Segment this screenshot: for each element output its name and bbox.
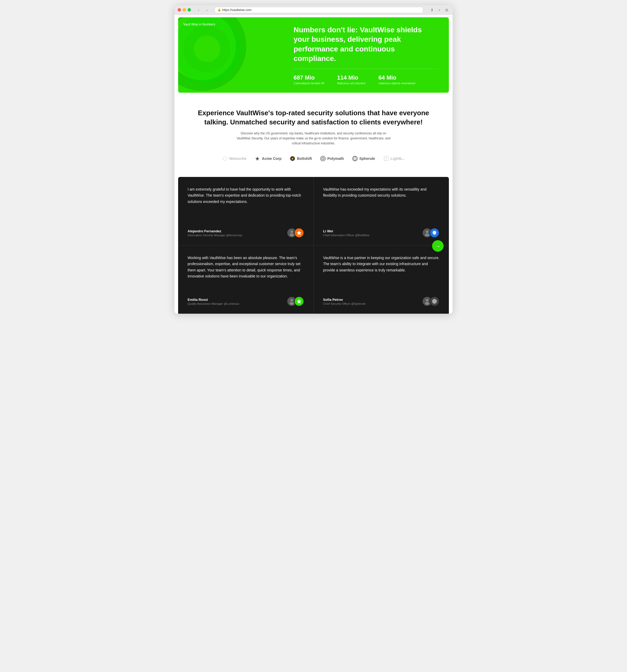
svg-point-5 — [322, 158, 324, 160]
close-button[interactable] — [178, 8, 181, 11]
svg-point-21 — [433, 299, 436, 303]
share-button[interactable]: ⬆ — [429, 7, 435, 13]
social-proof-headline: Experience VaultWise's top-rated securit… — [196, 109, 431, 127]
testimonial-text-0: I am extremely grateful to have had the … — [187, 186, 304, 220]
svg-point-6 — [353, 156, 357, 161]
logo-nietzsche: Nietzsche — [222, 156, 246, 161]
testimonial-footer-3: Sofia Petrov Chief Security Officer @Sph… — [323, 296, 440, 306]
testimonials-section: I am extremely grateful to have had the … — [178, 177, 449, 314]
sidebar-button[interactable]: ⊞ — [444, 7, 449, 13]
testimonial-avatars-2 — [287, 296, 304, 306]
hero-stat-1-label: Malicious urls blocked — [337, 82, 366, 85]
testimonial-author-2: Emilia Rossi Quality Assurance Manager @… — [187, 298, 239, 305]
acmecorp-icon — [255, 156, 260, 161]
testimonial-author-name-0: Alejandro Fernandez — [187, 229, 242, 233]
address-bar[interactable]: 🔒 https://vaultwise.com — [215, 7, 423, 13]
browser-nav: ‹ › — [195, 7, 210, 13]
hero-stat-1-number: 114 Mio — [337, 74, 366, 81]
avatar-2-2 — [294, 296, 304, 306]
polymath-icon — [320, 156, 326, 161]
hero-decoration — [178, 17, 288, 93]
svg-point-11 — [291, 231, 293, 233]
deco-circle-3 — [183, 25, 231, 72]
hero-stat-1: 114 Mio Malicious urls blocked — [337, 74, 366, 85]
testimonials-grid: I am extremely grateful to have had the … — [178, 177, 449, 314]
logo-polymath-label: Polymath — [327, 157, 344, 161]
logo-nietzsche-label: Nietzsche — [229, 157, 246, 161]
hero-stats: 687 Mio Cyberattacks fended off 114 Mio … — [294, 74, 438, 85]
hero-stat-0-label: Cyberattacks fended off — [294, 82, 324, 85]
new-tab-button[interactable]: + — [437, 7, 442, 13]
hero-stat-0: 687 Mio Cyberattacks fended off — [294, 74, 324, 85]
testimonial-footer-0: Alejandro Fernandez Information Security… — [187, 228, 304, 238]
testimonial-avatars-1 — [422, 228, 440, 238]
avatar-1-2 — [429, 228, 440, 238]
testimonial-author-0: Alejandro Fernandez Information Security… — [187, 229, 242, 237]
svg-point-4 — [321, 156, 325, 161]
forward-button[interactable]: › — [204, 7, 210, 13]
hero-banner: Vault Wise in Numbers Numbers don't lie:… — [178, 17, 449, 93]
svg-text:⚡: ⚡ — [291, 157, 294, 160]
logo-spherule: Spherule — [352, 156, 375, 161]
minimize-button[interactable] — [182, 8, 186, 11]
logo-boltshift: ⚡ Boltshift — [290, 156, 312, 161]
traffic-lights — [178, 8, 191, 11]
hero-right: Numbers don't lie: VaultWise shields you… — [288, 17, 449, 93]
svg-point-7 — [354, 156, 356, 161]
hero-headline: Numbers don't lie: VaultWise shields you… — [294, 25, 425, 64]
testimonial-footer-1: Li Wei Chief Information Officer @BoltWi… — [323, 228, 440, 238]
svg-marker-0 — [223, 157, 227, 161]
svg-marker-13 — [297, 231, 301, 235]
svg-point-20 — [425, 302, 429, 305]
svg-point-15 — [425, 234, 429, 236]
avatar-0-2 — [294, 228, 304, 238]
logo-lightb-label: Lightb... — [391, 157, 405, 161]
svg-marker-1 — [255, 157, 259, 161]
spherule-icon — [352, 156, 357, 161]
logo-spherule-label: Spherule — [359, 157, 375, 161]
hero-divider — [294, 69, 438, 69]
page-content: Vault Wise in Numbers Numbers don't lie:… — [174, 15, 453, 314]
lightb-icon — [383, 156, 389, 161]
testimonial-text-3: VaultWise is a true partner in keeping o… — [323, 255, 440, 288]
logo-lightb: Lightb... — [383, 156, 405, 161]
hero-stat-2: 64 Mio malicious objects neutralised — [379, 74, 416, 85]
testimonial-author-name-2: Emilia Rossi — [187, 298, 239, 302]
hero-stat-2-label: malicious objects neutralised — [379, 82, 416, 85]
testimonial-author-1: Li Wei Chief Information Officer @BoltWi… — [323, 229, 370, 237]
testimonial-card-3: VaultWise is a true partner in keeping o… — [314, 245, 449, 314]
svg-point-17 — [290, 302, 294, 305]
testimonial-card-2: Working with VaultWise has been an absol… — [178, 245, 314, 314]
logo-polymath: Polymath — [320, 156, 344, 161]
testimonial-text-1: VaultWise has exceeded my expectations w… — [323, 186, 440, 220]
social-proof-section: Experience VaultWise's top-rated securit… — [174, 95, 453, 169]
testimonial-text-2: Working with VaultWise has been an absol… — [187, 255, 304, 288]
browser-window: ‹ › 🔒 https://vaultwise.com ⬆ + ⊞ Vault … — [174, 5, 453, 314]
testimonial-author-title-2: Quality Assurance Manager @Luminous — [187, 302, 239, 305]
social-proof-subtext: Discover why the US government, top bank… — [235, 131, 392, 146]
logo-acmecorp: Acme Corp — [255, 156, 281, 161]
browser-titlebar: ‹ › 🔒 https://vaultwise.com ⬆ + ⊞ — [174, 5, 453, 15]
testimonial-author-name-3: Sofia Petrov — [323, 298, 366, 302]
svg-marker-18 — [297, 299, 301, 304]
testimonial-author-3: Sofia Petrov Chief Security Officer @Sph… — [323, 298, 366, 305]
testimonial-author-name-1: Li Wei — [323, 229, 370, 233]
testimonial-author-title-0: Information Security Manager @Acmecorp — [187, 234, 242, 237]
svg-point-19 — [426, 299, 428, 302]
nietzsche-icon — [222, 156, 227, 161]
testimonial-author-title-1: Chief Information Officer @BoltWise — [323, 234, 370, 237]
next-testimonials-button[interactable]: → — [432, 240, 444, 252]
testimonial-card-1: VaultWise has exceeded my expectations w… — [314, 177, 449, 245]
boltshift-icon: ⚡ — [290, 156, 295, 161]
hero-stat-0-number: 687 Mio — [294, 74, 324, 81]
lock-icon: 🔒 — [218, 8, 221, 11]
svg-point-16 — [291, 299, 293, 302]
logo-boltshift-label: Boltshift — [297, 157, 312, 161]
avatar-3-2 — [429, 296, 440, 306]
testimonial-author-title-3: Chief Security Officer @Spherule — [323, 302, 366, 305]
testimonial-card-0: I am extremely grateful to have had the … — [178, 177, 314, 245]
hero-section-label: Vault Wise in Numbers — [183, 23, 215, 26]
testimonial-avatars-0 — [287, 228, 304, 238]
back-button[interactable]: ‹ — [195, 7, 202, 13]
maximize-button[interactable] — [187, 8, 191, 11]
